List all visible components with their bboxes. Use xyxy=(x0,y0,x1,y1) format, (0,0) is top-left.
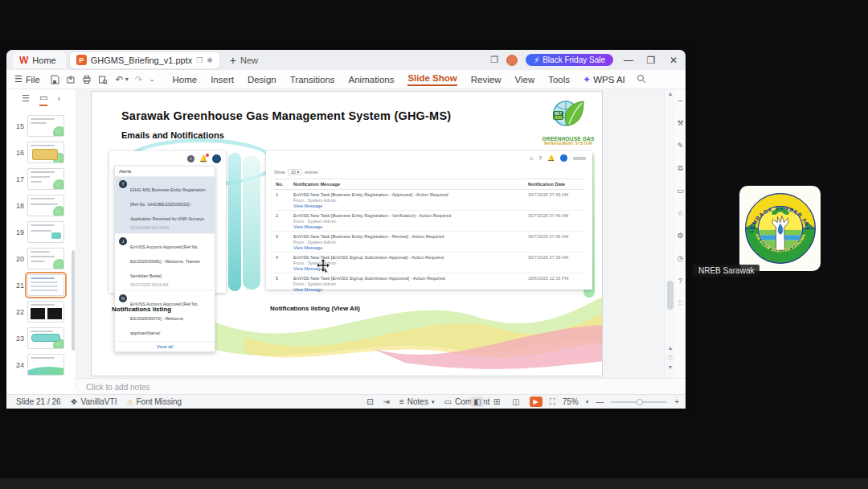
theme-button[interactable]: ❖ VanillaVTI xyxy=(71,397,117,406)
help-circle-icon[interactable]: ? xyxy=(678,269,682,292)
new-tab-button[interactable]: + New xyxy=(230,54,258,67)
thumbnail-row-16[interactable]: 16 xyxy=(6,142,76,163)
collapse-panel-icon[interactable]: › xyxy=(57,93,60,105)
toolbar-more-icon[interactable]: ⌄ xyxy=(149,76,155,83)
thumbnail-row-24[interactable]: 24 xyxy=(6,354,76,376)
participant-video-tile[interactable]: LEMBAGA SUMBER ASLI DAN ALAM SEKITAR SAR… xyxy=(689,181,866,279)
outline-view-icon[interactable]: ☰ xyxy=(22,93,30,105)
zoom-out-button[interactable]: — xyxy=(596,397,604,406)
menu-review[interactable]: Review xyxy=(471,75,502,84)
wps-ai-button[interactable]: ✦ WPS AI xyxy=(583,74,625,85)
alert-avatar: N xyxy=(119,294,127,302)
scrollbar-mid-icon[interactable]: ⏍ xyxy=(665,355,676,361)
menu-slide-show[interactable]: Slide Show xyxy=(407,73,457,86)
file-menu-button[interactable]: ☰ File xyxy=(14,74,40,84)
entries-select: 10 ▾ xyxy=(288,169,302,175)
slide-number: 16 xyxy=(6,149,27,157)
slide-view-icon[interactable]: ▭ xyxy=(39,92,47,106)
print-icon[interactable] xyxy=(82,75,92,84)
black-friday-sale-button[interactable]: ⚡ Black Friday Sale xyxy=(526,54,613,66)
new-tab-label: New xyxy=(240,55,258,65)
export-icon[interactable] xyxy=(66,75,76,84)
menu-view[interactable]: View xyxy=(515,75,535,84)
slide-counter: Slide 21 / 26 xyxy=(16,397,61,406)
settings-icon[interactable]: ⚙ xyxy=(677,224,683,247)
thumbnail-row-20[interactable]: 20 xyxy=(6,248,76,269)
canvas-scrollbar[interactable]: ▲ ▲ ⏍ ▼ xyxy=(664,89,675,378)
thumbnail-row-21-selected[interactable]: 21 xyxy=(6,274,76,296)
zoom-slider-handle[interactable] xyxy=(637,399,643,405)
reading-view-icon[interactable]: ◫ xyxy=(510,397,522,407)
next-slide-icon[interactable]: ▼ xyxy=(665,364,676,370)
apps-grid-icon[interactable]: ⠿ xyxy=(678,292,683,314)
redo-icon[interactable]: ↷ xyxy=(135,74,143,85)
restore-button[interactable]: ❐ xyxy=(644,55,658,66)
thumbnail-row-23[interactable]: 23 xyxy=(6,327,76,349)
fit-slide-icon[interactable]: ⇥ xyxy=(383,397,390,406)
thumbnail-scrollbar[interactable] xyxy=(72,250,75,351)
tab-document[interactable]: P GHGMS_Briefing_v1.pptx ❐ ✱ xyxy=(69,51,220,69)
slide-sorter-icon[interactable]: ⊞ xyxy=(491,397,502,407)
view-message-link: View Message xyxy=(293,287,525,292)
tools-icon[interactable]: ⚒ xyxy=(677,112,683,134)
thumbnail-row-17[interactable]: 17 xyxy=(6,168,76,190)
slide-number: 21 xyxy=(6,281,27,290)
close-button[interactable]: ✕ xyxy=(666,55,681,66)
menu-home[interactable]: Home xyxy=(172,75,197,84)
thumbnail-row-18[interactable]: 18 xyxy=(6,195,76,216)
menu-animations[interactable]: Animations xyxy=(349,75,395,84)
slide-21[interactable]: Sarawak Greenhouse Gas Management System… xyxy=(91,91,603,376)
account-avatar[interactable] xyxy=(506,55,518,66)
save-icon[interactable] xyxy=(50,75,59,84)
slideshow-play-button[interactable]: ▶ xyxy=(530,397,542,407)
thumbnail-row-22[interactable]: 22 xyxy=(6,301,76,323)
collapse-rail-icon[interactable]: ─ xyxy=(678,89,682,112)
ghgms-logo-line2: MANAGEMENT SYSTEM xyxy=(542,142,595,146)
notes-bar[interactable]: Click to add notes xyxy=(76,378,686,394)
history-icon[interactable]: ◷ xyxy=(678,247,684,269)
prev-slide-icon[interactable]: ▲ xyxy=(665,345,676,351)
slide-subtitle: Emails and Notifications xyxy=(121,130,224,140)
zoom-level[interactable]: 75% xyxy=(563,397,579,406)
tab-home[interactable]: W Home xyxy=(13,51,66,68)
alerts-title: Alerts xyxy=(115,166,215,177)
font-missing-warning[interactable]: ⚠ Font Missing xyxy=(126,397,182,406)
undo-icon[interactable]: ↶ xyxy=(116,74,124,85)
notes-toggle-button[interactable]: ≡ Notes ▾ xyxy=(399,397,434,406)
wps-presentation-window: W Home P GHGMS_Briefing_v1.pptx ❐ ✱ + Ne… xyxy=(6,50,686,409)
grid-toggle-icon[interactable]: ⊡ xyxy=(366,397,373,406)
user-avatar-icon xyxy=(212,154,221,163)
menu-toolbar: ☰ File ↶▾ ↷ ⌄ Home Insert Design Transit… xyxy=(6,70,686,89)
zoom-slider[interactable] xyxy=(611,401,667,403)
fit-to-window-icon[interactable]: ⛶ xyxy=(550,397,555,407)
tab-list-icon[interactable]: ❐ xyxy=(490,55,498,65)
thumbnail-row-15[interactable]: 15 xyxy=(6,115,76,137)
menu-insert[interactable]: Insert xyxy=(211,75,234,84)
wps-ai-label: WPS AI xyxy=(593,75,625,84)
menu-design[interactable]: Design xyxy=(248,75,276,84)
home-tab-label: Home xyxy=(32,55,55,65)
wps-logo-icon: W xyxy=(19,55,28,66)
minimize-button[interactable]: — xyxy=(621,55,636,66)
col-message: Notification Message xyxy=(292,179,526,190)
zoom-in-button[interactable]: + xyxy=(674,397,679,406)
effects-icon[interactable]: ✎ xyxy=(678,134,684,157)
alert-time: 21/10/2025 02:19 PM xyxy=(130,225,211,230)
table-row: 2 EnVISS New Task [Business Entity Regis… xyxy=(274,211,584,232)
normal-view-icon[interactable]: ◧ xyxy=(471,397,483,407)
favorites-icon[interactable]: ☆ xyxy=(677,202,683,224)
slide-number: 18 xyxy=(6,202,27,210)
view-message-link: View Message xyxy=(293,224,525,229)
zoom-caret-icon[interactable]: ▾ xyxy=(586,399,589,405)
menu-tools[interactable]: Tools xyxy=(548,75,570,84)
search-icon[interactable] xyxy=(637,74,646,85)
print-preview-icon[interactable] xyxy=(98,75,108,84)
screenshot-notifications-table: ⌂ ? 🔔 Show 10 ▾ entries No. xyxy=(266,151,592,290)
scrollbar-thumb[interactable] xyxy=(667,281,674,310)
thumbnail-row-19[interactable]: 19 xyxy=(6,221,76,243)
comment-panel-icon[interactable]: ▭ xyxy=(677,179,684,202)
menu-transitions[interactable]: Transitions xyxy=(290,75,335,84)
copilot-icon[interactable]: ⧉ xyxy=(678,157,682,179)
scroll-up-icon[interactable]: ▲ xyxy=(665,91,676,97)
undo-dropdown-icon[interactable]: ▾ xyxy=(125,76,129,83)
